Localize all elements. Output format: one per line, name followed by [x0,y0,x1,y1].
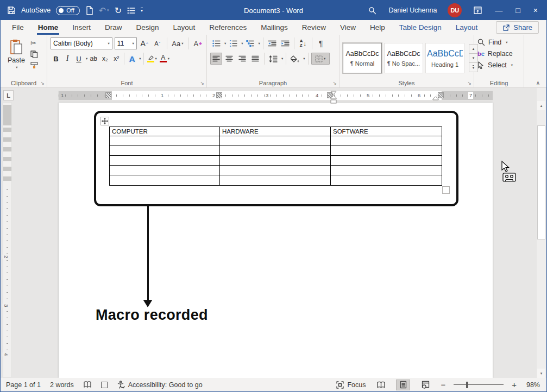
search-icon[interactable] [362,1,383,20]
superscript-button[interactable]: x² [111,53,122,65]
table-cell[interactable] [110,166,220,175]
subscript-button[interactable]: x₂ [99,53,110,65]
style-normal[interactable]: AaBbCcDc ¶ Normal [343,43,382,73]
redo-button[interactable]: ↻ [115,5,122,16]
select-button[interactable]: Select ▾ [477,61,513,69]
justify-button[interactable] [249,53,261,65]
bold-button[interactable]: B [51,53,61,65]
underline-button[interactable]: U [73,53,84,65]
close-button[interactable]: × [527,1,546,20]
strikethrough-button[interactable]: ab [88,53,99,65]
paste-button[interactable]: Paste ▾ [4,37,29,71]
clear-formatting-button[interactable]: A◆ [192,37,203,49]
print-layout-button[interactable] [396,380,410,390]
tab-mailings[interactable]: Mailings [254,20,295,35]
highlight-button[interactable]: ▾ [146,53,158,65]
table-move-handle[interactable] [100,117,109,125]
new-document-icon[interactable] [85,6,93,15]
align-center-button[interactable] [223,53,235,65]
tab-design[interactable]: Design [129,20,166,35]
tab-layout[interactable]: Layout [166,20,203,35]
read-mode-button[interactable] [374,380,388,390]
table-cell[interactable] [331,175,442,185]
tab-file[interactable]: File [5,20,31,35]
zoom-out-button[interactable]: − [441,380,445,389]
table-cell[interactable] [331,146,442,156]
table-cell[interactable] [220,156,331,166]
replace-button[interactable]: bc Replace [477,50,513,58]
table-header-cell[interactable]: HARDWARE [220,127,331,136]
shrink-font-button[interactable]: Aˇ [152,37,163,49]
table-cell[interactable] [110,175,220,185]
accessibility-status[interactable]: Accessibility: Good to go [117,381,203,389]
table-cell[interactable] [220,136,331,146]
numbering-button[interactable] [227,37,239,49]
annotation-text[interactable]: Macro recorded [96,307,208,324]
zoom-slider-thumb[interactable] [466,382,468,388]
web-layout-button[interactable] [418,380,432,390]
account-name[interactable]: Daniel Uchenna [383,7,442,14]
italic-button[interactable]: I [62,53,73,65]
scroll-down-button[interactable]: ▾ [537,369,545,378]
tab-review[interactable]: Review [295,20,333,35]
macro-stop-icon[interactable] [101,382,108,388]
shading-button[interactable] [289,53,301,65]
align-left-button[interactable] [210,53,222,65]
multilevel-list-button[interactable] [244,37,256,49]
save-icon[interactable] [7,6,16,15]
show-formatting-button[interactable]: ¶ [315,37,327,49]
increase-indent-button[interactable] [279,37,291,49]
table-resize-handle[interactable] [442,186,450,194]
table-cell[interactable] [331,166,442,175]
word-count[interactable]: 2 words [50,381,74,389]
proofing-icon[interactable] [83,381,92,389]
tab-view[interactable]: View [333,20,363,35]
table-cell[interactable] [331,136,442,146]
avatar[interactable]: DU [448,3,462,17]
tab-table-layout[interactable]: Layout [449,20,485,35]
qat-more-button[interactable]: ▾ [141,8,143,13]
bullets-qat-icon[interactable] [127,7,135,14]
arrow-shape[interactable] [147,206,149,301]
scroll-up-button[interactable]: ▴ [537,101,545,110]
zoom-in-button[interactable]: + [512,380,517,389]
format-painter-icon[interactable] [30,61,39,69]
tab-table-design[interactable]: Table Design [392,20,449,35]
tab-help[interactable]: Help [363,20,392,35]
right-indent-marker[interactable] [432,96,439,100]
zoom-level[interactable]: 98% [525,381,540,389]
copy-icon[interactable] [30,50,38,58]
font-name-combo[interactable]: Calibri (Body) ▾ [51,37,112,49]
table-cell[interactable] [220,175,331,185]
tab-home[interactable]: Home [31,20,66,35]
sort-button[interactable]: AZ ↓ [297,37,309,49]
grow-font-button[interactable]: A^ [139,37,150,49]
zoom-slider[interactable] [454,381,504,389]
table-column-marker[interactable] [105,92,111,98]
tab-insert[interactable]: Insert [65,20,98,35]
tab-draw[interactable]: Draw [98,20,129,35]
autosave-toggle[interactable]: Off [56,6,79,15]
table-column-marker[interactable] [216,92,222,98]
font-size-combo[interactable]: 11 ▾ [115,37,137,49]
tab-references[interactable]: References [202,20,254,35]
align-right-button[interactable] [236,53,248,65]
undo-button[interactable]: ↶ ▾ [99,5,109,16]
table-cell[interactable] [220,146,331,156]
table-cell[interactable] [331,156,442,166]
table-header-cell[interactable]: COMPUTER [110,127,220,136]
table-cell[interactable] [110,146,220,156]
find-button[interactable]: Find ▾ [477,39,513,46]
table-cell[interactable] [110,156,220,166]
change-case-button[interactable]: Aa▾ [171,37,184,49]
line-spacing-button[interactable] [267,53,279,65]
table-cell[interactable] [110,136,220,146]
decrease-indent-button[interactable] [266,37,278,49]
page-indicator[interactable]: Page 1 of 1 [6,381,41,389]
cut-icon[interactable]: ✂ [30,39,39,47]
text-effects-button[interactable]: A [127,53,137,65]
maximize-button[interactable]: □ [509,1,526,20]
style-no-spacing[interactable]: AaBbCcDc ¶ No Spac... [384,43,423,73]
indent-marker[interactable] [330,91,337,104]
share-button[interactable]: Share [496,21,539,34]
